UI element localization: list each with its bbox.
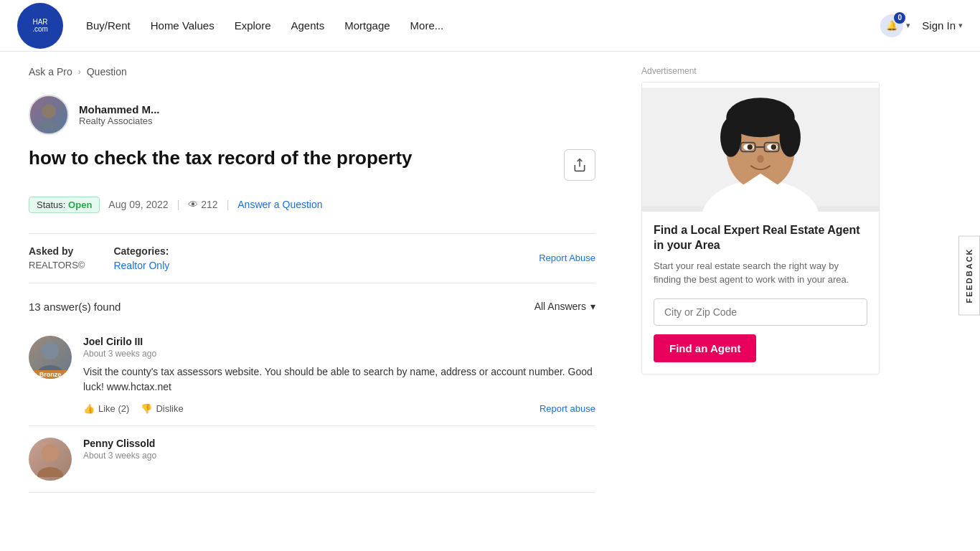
svg-point-21 — [757, 155, 763, 163]
answer-actions-1: 👍 Like (2) 👎 Dislike Report abuse — [83, 403, 595, 414]
categories-value[interactable]: Realtor Only — [113, 260, 169, 271]
author-company: Realty Associates — [79, 116, 160, 126]
question-header: how to check the tax record of the prope… — [29, 146, 595, 184]
answers-header: 13 answer(s) found All Answers ▾ — [29, 301, 595, 313]
nav-more[interactable]: More... — [410, 19, 444, 32]
answer-avatar-1: Bronze — [29, 336, 72, 379]
dislike-button-1[interactable]: 👎 Dislike — [141, 403, 183, 414]
breadcrumb: Ask a Pro › Question — [29, 66, 595, 77]
sign-in-button[interactable]: Sign In ▾ — [922, 19, 963, 32]
svg-point-17 — [771, 144, 776, 149]
agent-title: Find a Local Expert Real Estate Agent in… — [654, 223, 867, 253]
separator-1: | — [177, 199, 180, 210]
svg-point-1 — [39, 121, 59, 129]
filter-label: All Answers — [534, 301, 586, 312]
ad-label: Advertisement — [641, 66, 880, 76]
filter-dropdown[interactable]: All Answers ▾ — [534, 301, 595, 312]
author-block: Mohammed M... Realty Associates — [29, 95, 595, 135]
avatar-img-2 — [29, 438, 72, 481]
answer-a-question-link[interactable]: Answer a Question — [237, 199, 322, 210]
answer-time-1: About 3 weeks ago — [83, 349, 595, 359]
status-label: Status: — [37, 199, 65, 210]
report-abuse-link[interactable]: Report Abuse — [539, 253, 595, 263]
logo-text: HAR .com — [32, 19, 48, 33]
author-info: Mohammed M... Realty Associates — [79, 103, 160, 126]
header: HAR .com Buy/Rent Home Values Explore Ag… — [0, 0, 980, 52]
like-button-1[interactable]: 👍 Like (2) — [83, 403, 129, 414]
svg-point-3 — [42, 342, 59, 359]
asked-by-block: Asked by REALTORS© — [29, 245, 85, 270]
header-right: 🔔 0 ▾ Sign In ▾ — [880, 14, 963, 37]
nav-buy-rent[interactable]: Buy/Rent — [86, 19, 131, 32]
share-button[interactable] — [564, 149, 595, 181]
question-title: how to check the tax record of the prope… — [29, 146, 413, 171]
nav-explore[interactable]: Explore — [235, 19, 271, 32]
answer-body-1: Joel Cirilo III About 3 weeks ago Visit … — [83, 336, 595, 414]
eye-icon: 👁 — [188, 199, 198, 210]
views-row: 👁 212 — [188, 199, 217, 210]
author-avatar — [29, 95, 69, 135]
status-value: Open — [68, 199, 92, 210]
nav-agents[interactable]: Agents — [291, 19, 325, 32]
bronze-badge: Bronze — [29, 370, 72, 379]
views-count: 212 — [201, 199, 217, 210]
agent-photo-img — [642, 83, 879, 212]
svg-point-0 — [42, 104, 56, 118]
svg-point-6 — [37, 467, 63, 477]
notification-bell: 🔔 0 — [880, 14, 903, 37]
answer-avatar-2 — [29, 438, 72, 481]
svg-point-13 — [780, 118, 801, 157]
svg-point-12 — [720, 118, 741, 157]
agent-card: Find a Local Expert Real Estate Agent in… — [641, 82, 880, 375]
signin-chevron: ▾ — [958, 21, 963, 30]
answer-author-name-2: Penny Clissold — [83, 438, 595, 449]
page-container: Ask a Pro › Question Mohammed M... Realt… — [0, 52, 980, 522]
asked-by-label: Asked by — [29, 245, 85, 257]
main-nav: Buy/Rent Home Values Explore Agents Mort… — [86, 19, 880, 32]
answer-body-2: Penny Clissold About 3 weeks ago — [83, 438, 595, 481]
question-date: Aug 09, 2022 — [108, 199, 168, 210]
separator-2: | — [227, 199, 230, 210]
share-icon — [573, 158, 587, 172]
breadcrumb-separator: › — [78, 67, 81, 77]
notification-count: 0 — [894, 12, 905, 24]
answer-text-1: Visit the county's tax assessors website… — [83, 364, 595, 395]
meta-row: Asked by REALTORS© Categories: Realtor O… — [29, 233, 595, 283]
report-abuse-answer-1[interactable]: Report abuse — [540, 403, 595, 414]
answer-card-2: Penny Clissold About 3 weeks ago — [29, 426, 595, 493]
logo[interactable]: HAR .com — [17, 3, 63, 49]
notifications-button[interactable]: 🔔 0 ▾ — [880, 14, 910, 37]
dislike-label-1: Dislike — [156, 403, 183, 414]
svg-point-5 — [42, 444, 59, 461]
status-row: Status: Open Aug 09, 2022 | 👁 212 | Answ… — [29, 197, 595, 213]
feedback-tab[interactable]: FEEDBACK — [958, 235, 980, 315]
breadcrumb-current: Question — [87, 66, 127, 77]
asked-by-value: REALTORS© — [29, 260, 85, 270]
like-label-1: Like (2) — [98, 403, 129, 414]
feedback-label: FEEDBACK — [958, 235, 980, 315]
agent-photo — [642, 83, 879, 212]
thumbs-down-icon-1: 👎 — [141, 403, 152, 414]
svg-point-16 — [748, 144, 753, 149]
find-agent-button[interactable]: Find an Agent — [654, 334, 756, 362]
answer-author-name-1: Joel Cirilo III — [83, 336, 595, 347]
avatar-svg-2 — [36, 441, 65, 477]
answers-count: 13 answer(s) found — [29, 301, 121, 313]
author-name: Mohammed M... — [79, 103, 160, 116]
sidebar: Advertisement — [624, 52, 897, 522]
author-avatar-img — [34, 100, 63, 129]
agent-search-input[interactable] — [654, 298, 867, 326]
notifications-chevron: ▾ — [906, 21, 910, 30]
filter-chevron-icon: ▾ — [590, 301, 595, 312]
main-content: Ask a Pro › Question Mohammed M... Realt… — [0, 52, 624, 522]
answer-card: Bronze Joel Cirilo III About 3 weeks ago… — [29, 324, 595, 426]
answer-time-2: About 3 weeks ago — [83, 451, 595, 461]
breadcrumb-parent[interactable]: Ask a Pro — [29, 66, 72, 77]
agent-info: Find a Local Expert Real Estate Agent in… — [642, 212, 879, 374]
thumbs-up-icon-1: 👍 — [83, 403, 95, 414]
agent-desc: Start your real estate search the right … — [654, 259, 867, 287]
nav-mortgage[interactable]: Mortgage — [344, 19, 390, 32]
nav-home-values[interactable]: Home Values — [151, 19, 215, 32]
categories-label: Categories: — [113, 245, 169, 257]
status-badge: Status: Open — [29, 197, 100, 213]
